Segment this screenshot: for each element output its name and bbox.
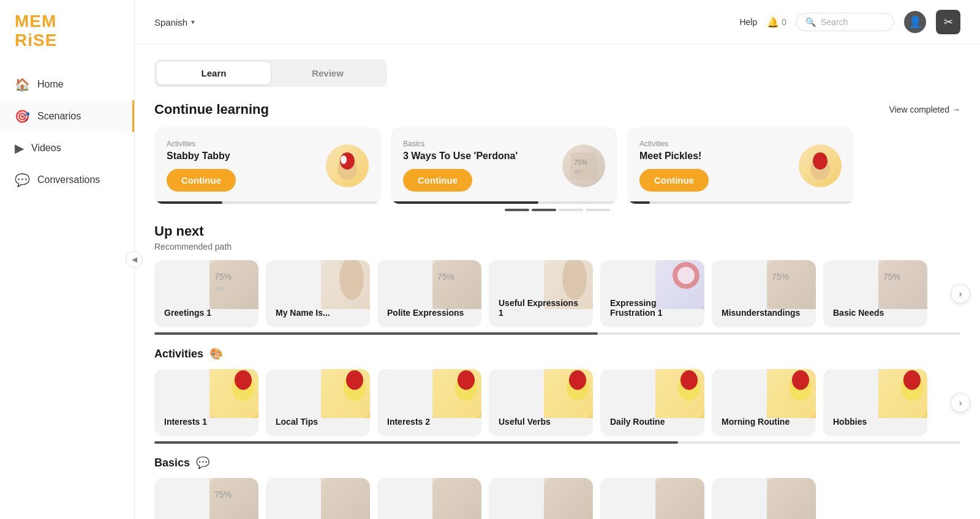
continue-card-3-title: Meet Pickles! bbox=[639, 151, 791, 162]
basics-card-4[interactable] bbox=[489, 478, 593, 519]
sidebar-item-home[interactable]: 🏠 Home bbox=[0, 69, 134, 100]
svg-rect-4 bbox=[570, 152, 597, 179]
sidebar-item-videos[interactable]: ▶ Videos bbox=[0, 132, 134, 164]
hobbies-image bbox=[878, 369, 927, 418]
tools-button[interactable]: ✂ bbox=[936, 10, 960, 34]
lesson-card-polite[interactable]: 75% Polite Expressions bbox=[377, 260, 481, 327]
lesson-card-useful1[interactable]: Useful Expressions 1 bbox=[489, 260, 593, 327]
continue-btn-3[interactable]: Continue bbox=[639, 169, 709, 192]
svg-point-52 bbox=[903, 370, 921, 390]
tab-review[interactable]: Review bbox=[271, 62, 385, 84]
recommended-path-label: Recommended path bbox=[154, 242, 960, 252]
sidebar-item-home-label: Home bbox=[37, 79, 64, 90]
svg-point-3 bbox=[341, 155, 347, 164]
svg-point-36 bbox=[458, 370, 475, 390]
language-selector[interactable]: Spanish ▾ bbox=[154, 17, 195, 28]
basics-card-4-image bbox=[544, 478, 593, 519]
lesson-card-misunderstandings[interactable]: 75% Misunderstandings bbox=[712, 260, 816, 327]
activity-card-usefulverbs[interactable]: Useful Verbs bbox=[489, 369, 593, 436]
lesson-card-myname[interactable]: My Name Is... bbox=[266, 260, 370, 327]
videos-icon: ▶ bbox=[15, 141, 24, 155]
polite-image: 75% bbox=[432, 260, 481, 309]
scroll-dot-2 bbox=[532, 209, 556, 211]
basics-card-6[interactable] bbox=[712, 478, 816, 519]
svg-text:abc: abc bbox=[574, 168, 583, 174]
activities-scrollbar bbox=[154, 441, 960, 444]
svg-text:75%: 75% bbox=[772, 272, 789, 282]
basics-card-6-image bbox=[767, 478, 816, 519]
language-label: Spanish bbox=[154, 17, 187, 28]
continue-card-2[interactable]: Basics 3 Ways To Use 'Perdona' Continue … bbox=[391, 127, 617, 204]
continue-card-1-image bbox=[326, 144, 369, 187]
continue-btn-2[interactable]: Continue bbox=[403, 169, 472, 192]
view-completed-link[interactable]: View completed → bbox=[889, 105, 960, 114]
activities-next-arrow[interactable]: › bbox=[951, 393, 970, 413]
app-logo[interactable]: MEMRiSE bbox=[0, 12, 134, 69]
sidebar-item-scenarios[interactable]: 🎯 Scenarios bbox=[0, 100, 134, 132]
basics-title: Basics bbox=[154, 457, 190, 469]
activity-card-interests2-title: Interests 2 bbox=[387, 417, 472, 427]
continue-card-2-title: 3 Ways To Use 'Perdona' bbox=[403, 151, 555, 162]
lesson-card-expressing[interactable]: Expressing Frustration 1 bbox=[600, 260, 704, 327]
main-content: Spanish ▾ Help 🔔 0 🔍 Search 👤 ✂ Learn Re… bbox=[135, 0, 980, 519]
numbers-decoration-icon: 75% abc bbox=[565, 147, 602, 184]
coins-display: 🔔 0 bbox=[767, 17, 786, 28]
activity-card-dailyroutine[interactable]: Daily Routine bbox=[600, 369, 704, 436]
activities-title: Activities bbox=[154, 348, 203, 360]
activity-card-hobbies[interactable]: Hobbies bbox=[823, 369, 927, 436]
basics-section-header: Basics 💬 bbox=[154, 456, 960, 469]
activity-card-morningroutine-title: Morning Routine bbox=[722, 417, 806, 427]
activity-card-interests1[interactable]: Interests 1 bbox=[154, 369, 258, 436]
basics-card-5-image bbox=[655, 478, 704, 519]
basics-cards-wrapper: 75% bbox=[154, 478, 960, 519]
svg-rect-56 bbox=[321, 478, 370, 519]
basics-card-2[interactable] bbox=[266, 478, 370, 519]
basics-card-3[interactable] bbox=[377, 478, 481, 519]
interests2-image bbox=[432, 369, 481, 418]
svg-point-40 bbox=[569, 370, 586, 390]
svg-point-44 bbox=[680, 370, 698, 390]
continue-learning-title: Continue learning bbox=[154, 102, 269, 118]
activities-scrollbar-fill bbox=[154, 441, 678, 444]
user-avatar[interactable]: 👤 bbox=[904, 11, 926, 33]
continue-card-3[interactable]: Activities Meet Pickles! Continue bbox=[627, 127, 854, 204]
continue-card-1[interactable]: Activities Stabby Tabby Continue bbox=[154, 127, 381, 204]
continue-card-1-category: Activities bbox=[167, 140, 318, 148]
svg-text:abc: abc bbox=[214, 285, 224, 292]
tab-learn[interactable]: Learn bbox=[157, 62, 271, 84]
conversations-icon: 💬 bbox=[15, 173, 30, 187]
interests1-image bbox=[209, 369, 258, 418]
greetings1-image: 75%abc bbox=[209, 260, 258, 309]
recommended-next-arrow[interactable]: › bbox=[951, 284, 970, 304]
basics-card-1[interactable]: 75% bbox=[154, 478, 258, 519]
scroll-dot-1 bbox=[505, 209, 529, 211]
sidebar-collapse-button[interactable]: ◀ bbox=[126, 251, 143, 268]
search-box[interactable]: 🔍 Search bbox=[796, 13, 894, 31]
sidebar-item-conversations[interactable]: 💬 Conversations bbox=[0, 164, 134, 196]
svg-point-48 bbox=[792, 370, 809, 390]
activity-card-dailyroutine-title: Daily Routine bbox=[610, 417, 695, 427]
help-link[interactable]: Help bbox=[739, 17, 757, 27]
continue-card-3-category: Activities bbox=[639, 140, 791, 148]
basics-card-1-image: 75% bbox=[209, 478, 258, 519]
continue-scroll-indicator bbox=[154, 209, 960, 211]
continue-card-1-progress bbox=[154, 201, 381, 204]
lesson-card-basicneeds[interactable]: 75% Basic Needs bbox=[823, 260, 927, 327]
basics-cards-list: 75% bbox=[154, 478, 960, 519]
svg-point-21 bbox=[677, 267, 695, 284]
lesson-card-greetings1[interactable]: 75%abc Greetings 1 bbox=[154, 260, 258, 327]
activity-card-morningroutine[interactable]: Morning Routine bbox=[712, 369, 816, 436]
basics-card-5[interactable] bbox=[600, 478, 704, 519]
continue-btn-1[interactable]: Continue bbox=[167, 169, 236, 192]
activities-palette-icon: 🎨 bbox=[209, 347, 223, 360]
lesson-card-basicneeds-title: Basic Needs bbox=[833, 308, 918, 318]
activity-card-localtips[interactable]: Local Tips bbox=[266, 369, 370, 436]
svg-text:75%: 75% bbox=[214, 272, 232, 282]
myname-image bbox=[321, 260, 370, 309]
activity-card-interests2[interactable]: Interests 2 bbox=[377, 369, 481, 436]
svg-rect-22 bbox=[767, 260, 816, 309]
scenarios-icon: 🎯 bbox=[15, 109, 30, 124]
continue-scroll-row: Activities Stabby Tabby Continue bbox=[154, 127, 960, 204]
misunderstandings-image: 75% bbox=[767, 260, 816, 309]
sidebar-item-conversations-label: Conversations bbox=[37, 174, 100, 185]
